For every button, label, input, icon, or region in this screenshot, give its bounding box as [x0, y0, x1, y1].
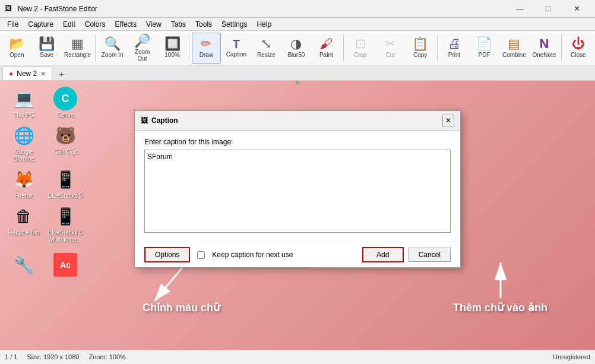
pdf-button[interactable]: 📄 PDF — [470, 33, 498, 64]
menu-view[interactable]: View — [141, 19, 166, 30]
dialog-body: Enter caption for this image: SForum — [135, 131, 460, 242]
desktop-icon-bluestacks-multi[interactable]: 📱 BlueStacks 5 Multi Insta... — [48, 204, 83, 243]
tab-new2[interactable]: ● New 2 ✕ — [2, 67, 52, 80]
open-icon: 📂 — [9, 37, 25, 50]
dialog-prompt-label: Enter caption for this image: — [144, 138, 451, 146]
zoom-100-icon: 🔲 — [164, 37, 181, 50]
resize-icon: ⤡ — [261, 37, 271, 50]
app-title: New 2 - FastStone Editor — [18, 5, 506, 13]
dialog-title-text: Caption — [151, 116, 178, 125]
onenote-button[interactable]: N OneNote — [530, 33, 558, 64]
right-annotation: Thêm chữ vào ảnh — [453, 301, 547, 314]
separator3 — [343, 35, 344, 61]
resize-label: Resize — [257, 52, 276, 58]
draw-icon: ✏ — [201, 37, 211, 50]
crop-label: Crop — [354, 52, 367, 58]
window-controls: — □ ✕ — [506, 0, 590, 18]
menu-effects[interactable]: Effects — [110, 19, 141, 30]
zoom-in-icon: 🔍 — [105, 37, 121, 50]
title-bar: 🖼 New 2 - FastStone Editor — □ ✕ — [0, 0, 595, 18]
crop-button[interactable]: ⊡ Crop — [346, 33, 374, 64]
menu-capture[interactable]: Capture — [23, 19, 58, 30]
desktop-icon-misc1[interactable]: 🔧 — [6, 253, 42, 278]
cut-button[interactable]: ✂ Cut — [376, 33, 404, 64]
combine-icon: ▤ — [508, 37, 520, 50]
menu-settings[interactable]: Settings — [217, 19, 252, 30]
zoom-100-button[interactable]: 🔲 100% — [158, 33, 186, 64]
minimize-button[interactable]: — — [506, 0, 533, 18]
add-button[interactable]: Add — [362, 247, 404, 262]
dialog-footer: Options Keep caption for next use Add Ca… — [135, 242, 460, 267]
zoom-out-icon: 🔎 — [134, 34, 150, 48]
desktop-icon-recycle[interactable]: 🗑 Recycle Bin — [6, 204, 42, 243]
status-bar: 1 / 1 Size: 1920 x 1080 Zoom: 100% Unreg… — [0, 350, 595, 363]
zoom-out-label: Zoom Out — [129, 49, 154, 62]
separator2 — [189, 35, 189, 61]
save-icon: 💾 — [39, 37, 55, 50]
draw-label: Draw — [200, 52, 213, 58]
desktop-icon-bluestacks[interactable]: 📱 BlueStacks 5 — [48, 167, 83, 200]
copy-label: Copy — [413, 52, 427, 58]
maximize-button[interactable]: □ — [534, 0, 562, 18]
combine-button[interactable]: ▤ Combine — [500, 33, 528, 64]
cancel-button[interactable]: Cancel — [409, 248, 451, 262]
rectangle-label: Rectangle — [64, 52, 91, 58]
menu-help[interactable]: Help — [252, 19, 276, 30]
caption-dialog: 🖼 Caption ✕ Enter caption for this image… — [134, 110, 461, 268]
desktop-icon-thispc[interactable]: 💻 This PC — [6, 87, 42, 119]
menu-colors[interactable]: Colors — [80, 19, 110, 30]
caption-button[interactable]: T Caption — [222, 33, 251, 64]
right-annotation-text: Thêm chữ vào ảnh — [453, 302, 547, 314]
zoom-in-button[interactable]: 🔍 Zoom In — [98, 33, 126, 64]
left-annotation-text: Chỉnh màu chữ — [143, 302, 220, 314]
save-button[interactable]: 💾 Save — [32, 33, 61, 64]
copy-button[interactable]: 📋 Copy — [406, 33, 434, 64]
status-size: Size: 1920 x 1080 — [27, 353, 79, 360]
desktop-icon-canva[interactable]: C Canva — [48, 87, 83, 119]
tab-close-button[interactable]: ✕ — [40, 70, 46, 78]
zoom-100-label: 100% — [164, 52, 180, 58]
menu-tools[interactable]: Tools — [191, 19, 217, 30]
desktop-icon-adobe[interactable]: Ac — [48, 253, 83, 278]
blur-icon: ◑ — [290, 37, 302, 50]
dialog-close-button[interactable]: ✕ — [442, 115, 454, 126]
keep-caption-label: Keep caption for next use — [212, 251, 293, 259]
resize-button[interactable]: ⤡ Resize — [252, 33, 280, 64]
keep-caption-checkbox[interactable] — [197, 251, 205, 259]
desktop-icon-firefox[interactable]: 🦊 Firefox — [6, 167, 42, 200]
open-button[interactable]: 📂 Open — [2, 33, 31, 64]
desktop-icons: 💻 This PC C Canva 🌐 Google Chrome 🐻 Cốc … — [6, 87, 83, 278]
zoom-in-label: Zoom In — [102, 52, 124, 58]
paint-button[interactable]: 🖌 Paint — [312, 33, 340, 64]
blur50-button[interactable]: ◑ Blur50 — [282, 33, 311, 64]
menu-tabs[interactable]: Tabs — [166, 19, 191, 30]
add-tab-button[interactable]: + — [55, 68, 68, 80]
dialog-title: 🖼 Caption — [141, 116, 178, 125]
menu-bar: File Capture Edit Colors Effects View Ta… — [0, 18, 595, 31]
rectangle-button[interactable]: ▦ Rectangle — [62, 33, 93, 64]
desktop-icon-chrome[interactable]: 🌐 Google Chrome — [6, 124, 42, 163]
print-button[interactable]: 🖨 Print — [440, 33, 469, 64]
combine-label: Combine — [502, 52, 526, 58]
onenote-icon: N — [540, 37, 549, 50]
close-tool-button[interactable]: ⏻ Close — [564, 33, 593, 64]
caption-icon: T — [233, 38, 240, 50]
app-icon: 🖼 — [5, 4, 14, 14]
left-annotation: Chỉnh màu chữ — [143, 301, 220, 314]
desktop-icon-coccoc[interactable]: 🐻 Cốc Cốc — [48, 124, 83, 163]
close-tool-label: Close — [571, 52, 586, 58]
draw-button[interactable]: ✏ Draw — [192, 33, 220, 64]
zoom-out-button[interactable]: 🔎 Zoom Out — [128, 33, 156, 64]
onenote-label: OneNote — [532, 52, 556, 58]
copy-icon: 📋 — [412, 37, 428, 50]
options-button[interactable]: Options — [144, 247, 190, 262]
rectangle-icon: ▦ — [71, 37, 84, 50]
paint-icon: 🖌 — [319, 37, 333, 50]
close-window-button[interactable]: ✕ — [563, 0, 590, 18]
print-label: Print — [448, 52, 461, 58]
menu-edit[interactable]: Edit — [58, 19, 80, 30]
menu-file[interactable]: File — [2, 19, 23, 30]
dialog-title-bar: 🖼 Caption ✕ — [135, 111, 460, 131]
crop-icon: ⊡ — [355, 37, 366, 50]
caption-textarea[interactable]: SForum — [144, 150, 451, 233]
